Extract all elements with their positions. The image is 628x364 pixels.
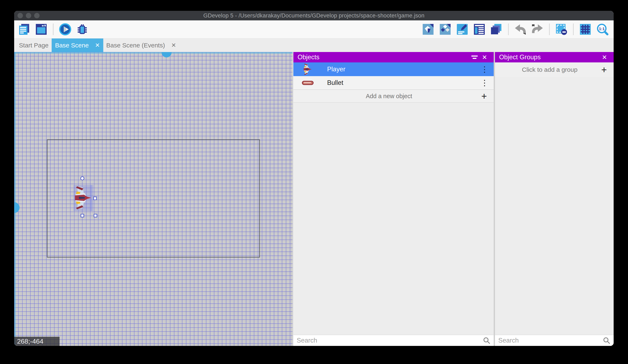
- filter-objects-button[interactable]: [470, 52, 479, 62]
- selection-resize-handle-corner[interactable]: [94, 214, 97, 217]
- window-title: GDevelop 5 - /Users/dkarakay/Documents/G…: [203, 12, 425, 19]
- object-groups-panel: Object Groups ✕ Click to add a group +: [495, 52, 614, 346]
- red-capsule-icon: [302, 81, 314, 85]
- minimize-window-button[interactable]: [26, 13, 31, 18]
- add-group-button[interactable]: Click to add a group +: [495, 62, 614, 77]
- main-toolbar: 1:1: [14, 20, 614, 38]
- object-name: Bullet: [327, 79, 480, 87]
- groups-search-bar: [495, 335, 614, 346]
- selection-resize-handle-bottom[interactable]: [80, 214, 84, 217]
- toolbar-right: 1:1: [421, 23, 609, 36]
- groups-list-empty-area: [495, 77, 614, 335]
- play-preview-button[interactable]: [59, 23, 72, 36]
- horizontal-scroll-thumb[interactable]: [161, 52, 171, 58]
- undo-button[interactable]: [514, 23, 527, 36]
- add-group-label: Click to add a group: [500, 66, 600, 73]
- plus-icon: +: [600, 64, 609, 75]
- bug-icon: [76, 23, 88, 36]
- grid-icon: [579, 23, 591, 35]
- undo-icon: [514, 23, 527, 35]
- horizontal-scroll-track: [14, 52, 293, 54]
- plus-icon: +: [479, 90, 489, 102]
- close-groups-panel-button[interactable]: ✕: [600, 52, 610, 62]
- player-thumbnail: [301, 63, 315, 75]
- object-groups-icon: [439, 23, 451, 35]
- object-menu-button[interactable]: ⋮: [480, 65, 489, 74]
- layers-button[interactable]: [490, 23, 503, 36]
- instances-list-button[interactable]: [473, 23, 486, 36]
- close-tab-icon[interactable]: ✕: [95, 42, 100, 48]
- layers-icon: [491, 23, 502, 35]
- zoom-one-to-one-button[interactable]: 1:1: [596, 23, 609, 36]
- close-window-button[interactable]: [17, 13, 23, 18]
- tab-base-scene[interactable]: Base Scene ✕: [52, 39, 103, 52]
- redo-icon: [531, 23, 544, 35]
- selection-resize-handle-right[interactable]: [93, 196, 97, 200]
- add-object-label: Add a new object: [298, 93, 479, 100]
- toolbar-separator: [508, 23, 509, 35]
- filter-icon: [471, 56, 478, 59]
- object-row-bullet[interactable]: Bullet ⋮: [293, 76, 494, 90]
- cursor-coordinates: 268;-464: [17, 338, 43, 345]
- titlebar: GDevelop 5 - /Users/dkarakay/Documents/G…: [14, 11, 614, 20]
- close-icon: ✕: [482, 54, 487, 61]
- close-icon: ✕: [602, 54, 607, 61]
- zoom-1-1-icon: 1:1: [596, 23, 609, 36]
- svg-text:1:1: 1:1: [599, 27, 605, 31]
- objects-search-bar: [293, 335, 494, 346]
- object-name: Player: [327, 65, 480, 73]
- add-new-object-button[interactable]: Add a new object +: [293, 90, 494, 103]
- project-manager-button[interactable]: [17, 23, 31, 36]
- window-icon: [35, 23, 48, 36]
- object-row-player[interactable]: Player ⋮: [293, 62, 494, 76]
- instances-list-icon: [473, 23, 485, 35]
- redo-button[interactable]: [531, 23, 544, 36]
- objects-list-empty-area: [293, 103, 494, 335]
- tab-label: Start Page: [19, 42, 49, 49]
- search-icon: [483, 337, 490, 344]
- objects-panel: Objects ✕ Player ⋮ Bullet: [293, 52, 494, 346]
- object-menu-button[interactable]: ⋮: [480, 78, 489, 87]
- project-manager-icon: [18, 23, 30, 36]
- gdevelop-window: GDevelop 5 - /Users/dkarakay/Documents/G…: [14, 11, 614, 346]
- groups-panel-title: Object Groups: [499, 54, 600, 61]
- tab-base-scene-events[interactable]: Base Scene (Events) ✕: [103, 39, 179, 52]
- selection-rotate-handle[interactable]: [80, 176, 84, 180]
- start-page-button[interactable]: [35, 23, 48, 36]
- traffic-lights: [17, 13, 40, 18]
- objects-panel-header: Objects ✕: [293, 52, 494, 62]
- tab-label: Base Scene (Events): [106, 42, 165, 49]
- mask-minus-icon: [555, 23, 567, 35]
- tab-start-page[interactable]: Start Page: [16, 39, 52, 52]
- spaceship-icon: [303, 63, 313, 75]
- toolbar-separator: [53, 23, 54, 35]
- groups-panel-header: Object Groups ✕: [495, 52, 614, 62]
- player-ship-sprite: [74, 186, 93, 210]
- close-tab-icon[interactable]: ✕: [171, 42, 176, 48]
- toolbar-separator: [549, 23, 550, 35]
- selected-instance-player[interactable]: [74, 185, 93, 211]
- object-groups-button[interactable]: [439, 23, 452, 36]
- search-icon: [603, 337, 610, 344]
- zoom-window-button[interactable]: [34, 13, 40, 18]
- object-icon: [422, 23, 434, 35]
- toolbar-left: [17, 23, 89, 36]
- content: 268;-464 Objects ✕ Player ⋮: [14, 52, 614, 346]
- toggle-grid-button[interactable]: [579, 23, 592, 36]
- scene-editor-canvas[interactable]: 268;-464: [14, 52, 293, 346]
- play-icon: [59, 23, 72, 36]
- edit-scene-properties-button[interactable]: [456, 23, 469, 36]
- tab-label: Base Scene: [55, 42, 89, 49]
- toolbar-separator: [573, 23, 574, 35]
- objects-search-input[interactable]: [297, 337, 483, 344]
- groups-search-input[interactable]: [498, 337, 603, 344]
- bullet-thumbnail: [301, 81, 315, 85]
- objects-panel-title: Objects: [298, 54, 470, 61]
- vertical-scroll-thumb[interactable]: [14, 202, 20, 213]
- close-objects-panel-button[interactable]: ✕: [479, 52, 489, 62]
- tabbar: Start Page Base Scene ✕ Base Scene (Even…: [14, 38, 614, 52]
- add-object-button[interactable]: [421, 23, 435, 36]
- mask-deselect-button[interactable]: [555, 23, 568, 36]
- cursor-coordinates-badge: 268;-464: [14, 337, 60, 346]
- debug-button[interactable]: [76, 23, 89, 36]
